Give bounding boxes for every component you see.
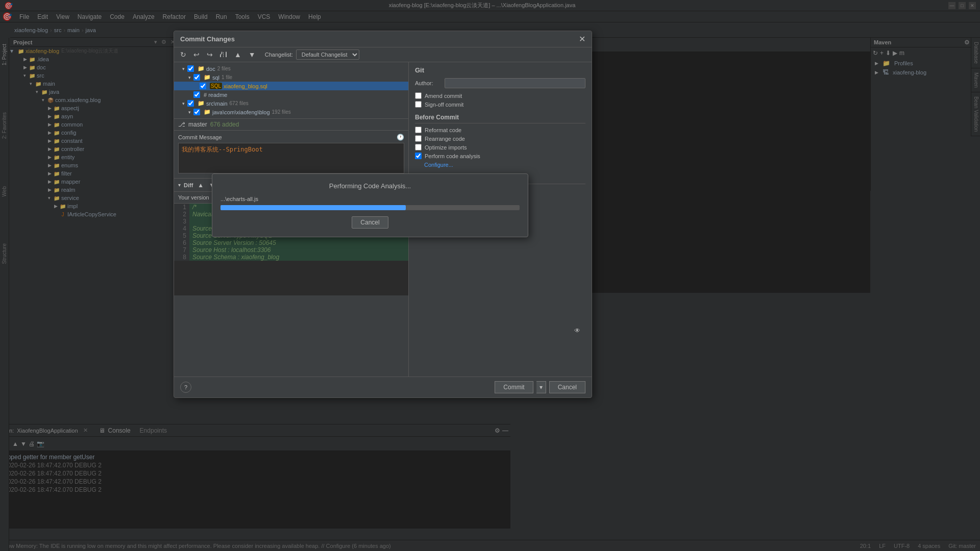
footer-help-btn[interactable]: ?	[180, 382, 191, 393]
rearrange-label: Rearrange code	[425, 136, 465, 142]
commit-message-section: Commit Message 🕐 我的博客系统--SpringBoot	[174, 130, 408, 178]
diff-line-8: 8 Source Schema : xiaofeng_blog	[174, 254, 408, 261]
before-commit-title: Before Commit	[415, 114, 585, 123]
configure-link-row: Configure...	[415, 161, 585, 168]
perform-row: Perform code analysis	[415, 153, 585, 159]
ft-srcmain-count: 672 files	[230, 101, 249, 106]
reformat-label: Reformat code	[425, 127, 461, 133]
ft-doc-checkbox[interactable]	[187, 65, 194, 72]
ft-sql-count: 1 file	[222, 74, 232, 80]
changelist-label: Changelist:	[265, 52, 293, 58]
commit-button[interactable]: Commit	[495, 381, 533, 393]
ft-srcmain-label: src\main	[206, 101, 228, 107]
ft-javacom-label: java\com\xiaofeng\blog	[212, 109, 270, 115]
toolbar-up-btn[interactable]: ▲	[232, 49, 243, 60]
branch-name: master	[188, 121, 207, 128]
branch-count: 676 added	[210, 121, 239, 128]
ft-sql-label: sql	[212, 74, 219, 81]
ft-javacom-count: 192 files	[272, 109, 291, 115]
cancel-button[interactable]: Cancel	[549, 381, 585, 393]
changelist-select[interactable]: Default Changelist	[296, 49, 359, 60]
toolbar-undo-btn[interactable]: ↩	[191, 49, 202, 60]
progress-bar-bg	[220, 205, 520, 210]
cm-header: Commit Message 🕐	[178, 134, 404, 141]
ft-readme-label: readme	[208, 92, 227, 98]
dialog-footer: ? Commit ▾ Cancel	[174, 377, 592, 397]
author-label: Author:	[415, 80, 440, 86]
progress-bar-fill	[220, 205, 406, 210]
cm-title: Commit Message	[178, 134, 222, 140]
cm-history-btn[interactable]: 🕐	[397, 134, 404, 141]
progress-title: Performing Code Analysis...	[220, 182, 520, 190]
optimize-checkbox[interactable]	[415, 144, 422, 151]
ft-sql-folder[interactable]: ▾ 📁 sql 1 file	[174, 73, 408, 82]
amend-checkbox[interactable]	[415, 92, 422, 99]
optimize-label: Optimize imports	[425, 144, 467, 151]
ft-doc-label: doc	[206, 66, 215, 72]
rearrange-row: Rearrange code	[415, 135, 585, 142]
perform-checkbox[interactable]	[415, 153, 422, 159]
diff-line-7: 7 Source Host : localhost:3306	[174, 246, 408, 254]
toolbar-refresh-btn[interactable]: ↻	[178, 49, 188, 60]
progress-cancel-row: Cancel	[220, 216, 520, 229]
author-field: Author:	[415, 78, 585, 88]
diff-prev-btn[interactable]: ▲	[196, 181, 205, 189]
ft-doc-count: 2 files	[217, 66, 231, 71]
footer-right: Commit ▾ Cancel	[495, 381, 585, 393]
reformat-row: Reformat code	[415, 127, 585, 133]
branch-bar: ⎇ master 676 added	[174, 118, 408, 130]
perform-label: Perform code analysis	[425, 153, 480, 159]
footer-left: ?	[180, 382, 191, 393]
signoff-label: Sign-off commit	[425, 102, 463, 108]
ft-readme[interactable]: # readme	[174, 90, 408, 99]
file-list-panel: ▾ 📁 doc 2 files ▾ 📁 sql 1 file	[174, 62, 409, 118]
md-icon: #	[204, 92, 207, 98]
progress-dialog: Performing Code Analysis... ...\echarts-…	[212, 173, 528, 237]
git-section-title: Git	[415, 66, 585, 74]
ft-srcmain-checkbox[interactable]	[187, 100, 194, 107]
ft-javacom[interactable]: ▾ 📁 java\com\xiaofeng\blog 192 files	[174, 108, 408, 116]
dialog-toolbar: ↻ ↩ ↪ ⛙ ▲ ▼ Changelist: Default Changeli…	[174, 47, 592, 62]
ft-srcmain[interactable]: ▾ 📁 src\main 672 files	[174, 99, 408, 108]
progress-file: ...\echarts-all.js	[220, 196, 520, 202]
reformat-checkbox[interactable]	[415, 127, 422, 133]
commit-dropdown-btn[interactable]: ▾	[536, 381, 546, 393]
ft-doc[interactable]: ▾ 📁 doc 2 files	[174, 64, 408, 73]
ft-sql-file-label: xiaofeng_blog.sql	[224, 83, 267, 89]
dialog-titlebar: Commit Changes ✕	[174, 31, 592, 47]
configure-link[interactable]: Configure...	[424, 162, 453, 168]
folder-icon-ft-javacom: 📁	[204, 109, 211, 115]
folder-icon-ft-srcmain: 📁	[198, 100, 205, 107]
branch-icon: ⎇	[178, 121, 185, 128]
ft-sql-file[interactable]: SQL xiaofeng_blog.sql	[174, 82, 408, 90]
toolbar-update-btn[interactable]: ↪	[205, 49, 215, 60]
progress-cancel-btn[interactable]: Cancel	[352, 216, 388, 229]
author-input[interactable]	[445, 78, 585, 88]
rearrange-checkbox[interactable]	[415, 135, 422, 142]
folder-icon-ft-doc: 📁	[198, 65, 205, 72]
ft-readme-checkbox[interactable]	[193, 91, 200, 98]
amend-label: Amend commit	[425, 93, 462, 99]
signoff-row: Sign-off commit	[415, 101, 585, 108]
toolbar-merge-btn[interactable]: ⛙	[218, 49, 229, 60]
signoff-checkbox[interactable]	[415, 101, 422, 108]
dialog-title: Commit Changes	[180, 35, 235, 43]
diff-title: Diff	[184, 182, 193, 188]
diff-expand-icon[interactable]: ▾	[178, 182, 181, 188]
optimize-row: Optimize imports	[415, 144, 585, 151]
ft-sql-checkbox[interactable]	[193, 74, 200, 81]
amend-row: Amend commit	[415, 92, 585, 99]
dialog-close-btn[interactable]: ✕	[579, 34, 585, 44]
commit-textarea[interactable]: 我的博客系统--SpringBoot	[178, 143, 404, 173]
sql-icon: SQL	[210, 83, 222, 89]
ft-javacom-checkbox[interactable]	[193, 109, 200, 115]
toolbar-down-btn[interactable]: ▼	[247, 49, 258, 60]
ft-sql-file-checkbox[interactable]	[200, 83, 206, 89]
before-commit-section: Before Commit Reformat code Rearrange co…	[415, 114, 585, 168]
folder-icon-ft-sql: 📁	[204, 74, 211, 81]
diff-line-6: 6 Source Server Version : 50645	[174, 239, 408, 246]
